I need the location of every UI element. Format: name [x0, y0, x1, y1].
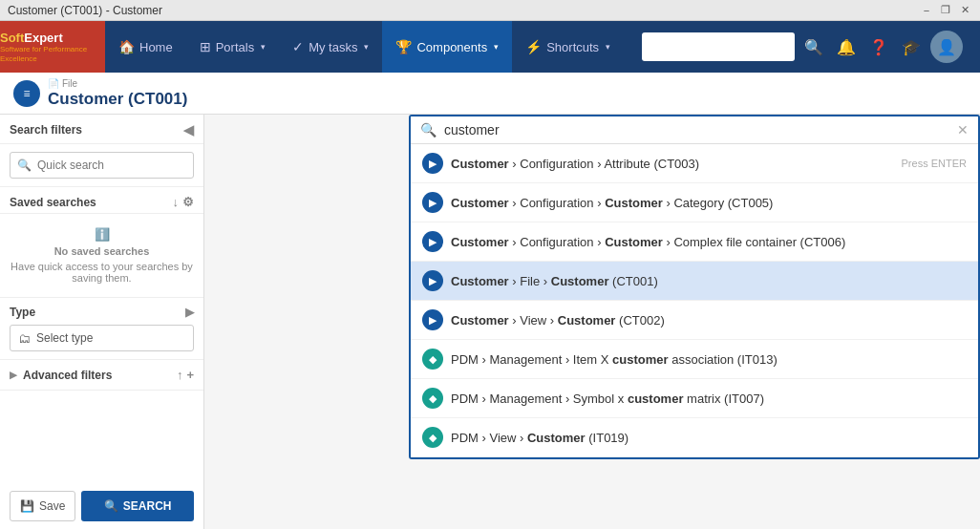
save-icon: 💾 [20, 499, 34, 513]
search-clear-button[interactable]: ✕ [957, 122, 969, 138]
search-filters-label: Search filters [10, 123, 82, 137]
nav-items: 🏠 Home ⊞ Portals ▾ ✓ My tasks ▾ 🏆 Compon… [105, 21, 642, 73]
save-label: Save [39, 499, 65, 513]
main-layout: Search filters ◀ 🔍 Saved searches ↓ ⚙ ℹ️… [0, 115, 980, 529]
select-type-button[interactable]: 🗂 Select type [10, 325, 194, 351]
adv-caret-icon: ▶ [10, 370, 17, 380]
portals-label: Portals [216, 40, 254, 54]
result-rest-1: › Configuration › Attribute (CT003) [512, 157, 699, 171]
mytasks-label: My tasks [309, 40, 357, 54]
nav-avatar[interactable]: 👤 [930, 31, 963, 63]
navbar: SoftExpert Software for Performance Exce… [0, 21, 980, 73]
quick-search-input[interactable] [10, 152, 194, 179]
search-result-6[interactable]: ◆ PDM › Management › Item X customer ass… [411, 340, 978, 379]
sidebar-bottom: 💾 Save 🔍 SEARCH [0, 483, 203, 529]
nav-shortcuts[interactable]: ⚡ Shortcuts ▾ [512, 21, 624, 73]
no-saved-sub: Have quick access to your searches by sa… [10, 261, 194, 284]
result-text-6: PDM › Management › Item X customer assoc… [451, 352, 967, 367]
select-type-label: Select type [36, 331, 93, 345]
titlebar: Customer (CT001) - Customer − ❐ ✕ [0, 0, 980, 21]
components-caret: ▾ [494, 42, 499, 52]
search-result-5[interactable]: ▶ Customer › View › Customer (CT002) [411, 301, 978, 340]
search-filters-header: Search filters ◀ [0, 115, 203, 144]
search-result-2[interactable]: ▶ Customer › Configuration › Customer › … [411, 183, 978, 222]
components-label: Components [416, 40, 487, 54]
maximize-button[interactable]: ❐ [938, 3, 953, 18]
result-icon-4: ▶ [422, 270, 443, 291]
result-icon-1: ▶ [422, 153, 443, 174]
search-btn-icon: 🔍 [104, 499, 118, 513]
nav-home[interactable]: 🏠 Home [105, 21, 186, 73]
content-area: 🔍 ✕ ▶ Customer › Configuration › Attribu… [204, 115, 980, 529]
toggle-icon[interactable]: ◀ [183, 122, 194, 138]
logo: SoftExpert Software for Performance Exce… [0, 21, 105, 73]
components-icon: 🏆 [395, 39, 412, 54]
advanced-filters: ▶ Advanced filters ↑ + [0, 360, 203, 391]
result-icon-3: ▶ [422, 231, 443, 252]
shortcuts-icon: ⚡ [525, 39, 542, 54]
type-section-header: Type ▶ [10, 306, 194, 319]
saved-searches-actions: ↓ ⚙ [173, 195, 195, 209]
nav-graduation-icon[interactable]: 🎓 [898, 34, 925, 60]
titlebar-title: Customer (CT001) - Customer [8, 4, 919, 17]
shortcuts-caret: ▾ [606, 42, 610, 52]
type-label: Type [10, 306, 35, 319]
search-input-row: 🔍 ✕ [411, 116, 978, 144]
adv-export-icon[interactable]: ↑ [177, 368, 183, 382]
nav-components[interactable]: 🏆 Components ▾ [382, 21, 512, 73]
saved-searches-label: Saved searches [10, 196, 96, 209]
nav-mytasks[interactable]: ✓ My tasks ▾ [279, 21, 382, 73]
nav-search-input[interactable] [642, 32, 795, 61]
empty-icon: ℹ️ [10, 227, 194, 242]
result-bold-1: Customer [451, 157, 509, 171]
settings-icon[interactable]: ⚙ [182, 195, 194, 209]
home-icon: 🏠 [118, 39, 135, 54]
quick-search-section: 🔍 [0, 144, 203, 187]
result-text-1: Customer › Configuration › Attribute (CT… [451, 157, 967, 171]
nav-search-area: 🔍 🔔 ❓ 🎓 👤 [642, 31, 970, 63]
search-overlay: 🔍 ✕ ▶ Customer › Configuration › Attribu… [409, 115, 980, 459]
search-result-7[interactable]: ◆ PDM › Management › Symbol x customer m… [411, 379, 978, 418]
search-result-4[interactable]: ▶ Customer › File › Customer (CT001) [411, 262, 978, 301]
portals-caret: ▾ [261, 42, 266, 52]
search-overlay-inner: 🔍 ✕ ▶ Customer › Configuration › Attribu… [409, 115, 980, 459]
result-text-2: Customer › Configuration › Customer › Ca… [451, 196, 967, 210]
nav-search-icon[interactable]: 🔍 [800, 34, 827, 60]
search-button[interactable]: 🔍 SEARCH [81, 491, 194, 521]
breadcrumb-file-label: 📄 File [48, 78, 187, 89]
home-label: Home [139, 40, 173, 54]
adv-add-icon[interactable]: + [186, 368, 194, 382]
download-icon[interactable]: ↓ [173, 195, 180, 209]
mytasks-icon: ✓ [292, 39, 304, 54]
search-overlay-icon: 🔍 [420, 122, 437, 138]
press-enter-hint: Press ENTER [902, 158, 967, 169]
result-icon-2: ▶ [422, 192, 443, 213]
quick-search-wrapper: 🔍 [10, 152, 194, 179]
nav-help-icon[interactable]: ❓ [865, 34, 892, 60]
nav-bell-icon[interactable]: 🔔 [833, 34, 860, 60]
nav-portals[interactable]: ⊞ Portals ▾ [186, 21, 279, 73]
breadcrumb-bar: ≡ 📄 File Customer (CT001) [0, 73, 980, 115]
search-result-3[interactable]: ▶ Customer › Configuration › Customer › … [411, 222, 978, 262]
no-saved-label: No saved searches [10, 245, 194, 257]
result-icon-5: ▶ [422, 309, 443, 330]
portals-icon: ⊞ [200, 39, 211, 54]
logo-text: SoftExpert Software for Performance Exce… [0, 31, 105, 64]
saved-searches-empty: ℹ️ No saved searches Have quick access t… [0, 214, 203, 298]
result-text-3: Customer › Configuration › Customer › Co… [451, 235, 967, 249]
titlebar-controls: − ❐ ✕ [919, 3, 972, 18]
advanced-filters-label: Advanced filters [23, 369, 112, 382]
result-icon-6: ◆ [422, 349, 443, 370]
search-overlay-input[interactable] [444, 122, 957, 138]
type-toggle-icon[interactable]: ▶ [185, 306, 194, 319]
search-result-1[interactable]: ▶ Customer › Configuration › Attribute (… [411, 144, 978, 183]
result-text-4: Customer › File › Customer (CT001) [451, 274, 967, 288]
result-icon-8: ◆ [422, 427, 443, 448]
mytasks-caret: ▾ [364, 42, 369, 52]
file-icon: 📄 [48, 78, 59, 89]
search-result-8[interactable]: ◆ PDM › View › Customer (IT019) [411, 418, 978, 457]
close-button[interactable]: ✕ [957, 3, 972, 18]
minimize-button[interactable]: − [919, 3, 934, 18]
save-button[interactable]: 💾 Save [10, 491, 75, 521]
saved-searches-header: Saved searches ↓ ⚙ [0, 187, 203, 214]
